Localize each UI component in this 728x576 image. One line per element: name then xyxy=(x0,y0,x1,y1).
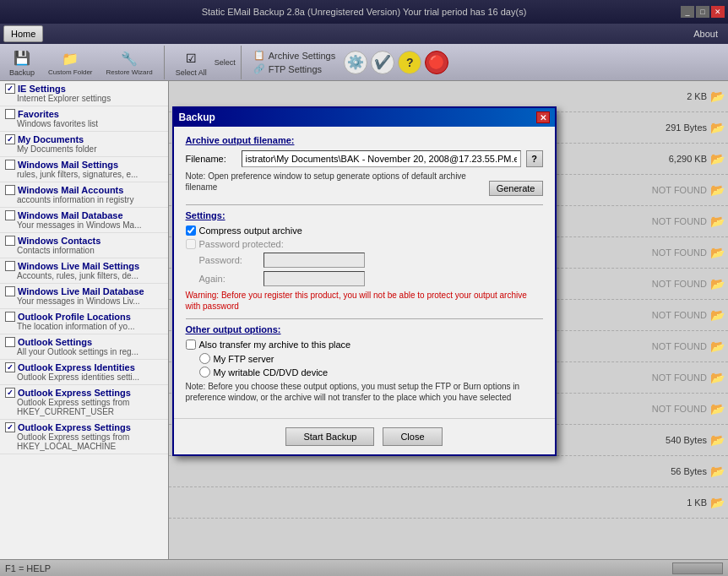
icon-button-2[interactable]: ✔️ xyxy=(371,51,394,74)
scroll-indicator[interactable] xyxy=(672,562,723,574)
backup-label: Backup xyxy=(9,68,35,77)
help-button[interactable]: ? xyxy=(398,51,421,74)
info-button[interactable]: 🔴 xyxy=(425,51,448,74)
select-label: Select xyxy=(215,58,236,67)
password-protected-checkbox[interactable] xyxy=(186,239,196,249)
select-all-button[interactable]: ☑ Select All xyxy=(170,46,213,79)
ftp-settings-tab[interactable]: 🔗 FTP Settings xyxy=(250,62,339,75)
menu-about[interactable]: About xyxy=(687,25,725,42)
archive-note-text: Note: Open preference window to setup ge… xyxy=(186,171,486,193)
modal-footer: Start Backup Close xyxy=(174,418,555,454)
select-all-label: Select All xyxy=(176,68,207,77)
backup-button[interactable]: 💾 Backup xyxy=(3,46,41,79)
other-output-title: Other output options: xyxy=(186,324,543,334)
filename-help-button[interactable]: ? xyxy=(526,150,543,167)
ftp-radio-row: My FTP server xyxy=(199,353,543,364)
modal-close-button[interactable]: ✕ xyxy=(536,111,550,123)
archive-settings-label: Archive Settings xyxy=(269,51,335,61)
toolbar-select-group: ☑ Select All Select xyxy=(170,46,242,79)
compress-checkbox[interactable] xyxy=(186,226,196,236)
modal-title-bar: Backup ✕ xyxy=(174,108,555,127)
transfer-label: Also transfer my archive to this place xyxy=(199,340,351,350)
ftp-settings-icon: 🔗 xyxy=(253,63,265,74)
filename-row: Filename: ? xyxy=(186,150,543,167)
select-label-area: Select xyxy=(215,58,236,67)
note-generate-row: Note: Open preference window to setup ge… xyxy=(186,171,543,196)
filename-label: Filename: xyxy=(186,154,236,164)
cd-radio-label: My writable CD/DVD device xyxy=(214,367,329,378)
status-bar: F1 = HELP xyxy=(0,559,728,576)
help-icons-group: ⚙️ ✔️ ? 🔴 xyxy=(344,51,448,74)
password-warning: Warning: Before you register this produc… xyxy=(186,290,543,312)
password-protected-label: Password protected: xyxy=(199,239,284,249)
password-field-label: Password: xyxy=(199,255,258,265)
close-button[interactable]: ✕ xyxy=(711,6,725,18)
again-field-label: Again: xyxy=(199,274,258,284)
other-output-note: Note: Before you choose these output opt… xyxy=(186,381,543,403)
password-checkbox-row: Password protected: xyxy=(186,239,543,249)
cd-radio-row: My writable CD/DVD device xyxy=(199,367,543,378)
menu-bar: Home About xyxy=(0,24,728,44)
compress-checkbox-row: Compress output archive xyxy=(186,226,543,236)
toolbar-backup-group: 💾 Backup 📁 Custom Folder 🔧 Restore Wizar… xyxy=(3,46,165,79)
archive-settings-icon: 📋 xyxy=(253,50,265,61)
modal-body: Archive output filename: Filename: ? Not… xyxy=(174,127,555,418)
filename-input[interactable] xyxy=(242,150,521,167)
title-bar-controls[interactable]: _ □ ✕ xyxy=(681,6,725,18)
icon-button-1[interactable]: ⚙️ xyxy=(344,51,367,74)
select-all-icon: ☑ xyxy=(181,48,201,68)
app-title: Static EMail Backup 2.8a (Unregistered V… xyxy=(202,7,527,17)
status-text: F1 = HELP xyxy=(5,563,51,573)
restore-wizard-icon: 🔧 xyxy=(119,48,139,68)
password-row: Password: xyxy=(199,253,543,268)
modal-title: Backup xyxy=(179,111,215,123)
ftp-radio-label: My FTP server xyxy=(214,354,274,364)
tab-area: 📋 Archive Settings 🔗 FTP Settings xyxy=(250,49,339,75)
transfer-checkbox-row: Also transfer my archive to this place xyxy=(186,340,543,350)
custom-folder-label: Custom Folder xyxy=(48,68,92,76)
backup-icon: 💾 xyxy=(12,48,32,68)
cd-radio[interactable] xyxy=(199,367,210,378)
settings-section: Settings: Compress output archive Passwo… xyxy=(186,210,543,312)
archive-settings-tab[interactable]: 📋 Archive Settings xyxy=(250,49,339,62)
archive-output-title: Archive output filename: xyxy=(186,135,543,145)
restore-wizard-label: Restore Wizard xyxy=(106,68,153,76)
main-content: ✓ IE Settings Internet Explorer settings… xyxy=(0,81,728,559)
modal-overlay: Backup ✕ Archive output filename: Filena… xyxy=(0,81,728,559)
toolbar: 💾 Backup 📁 Custom Folder 🔧 Restore Wizar… xyxy=(0,44,728,81)
close-button[interactable]: Close xyxy=(383,427,442,446)
title-bar: Static EMail Backup 2.8a (Unregistered V… xyxy=(0,0,728,24)
menu-home[interactable]: Home xyxy=(3,25,43,42)
custom-folder-icon: 📁 xyxy=(60,48,80,68)
other-output-section: Other output options: Also transfer my a… xyxy=(186,324,543,403)
minimize-button[interactable]: _ xyxy=(681,6,694,18)
password-input[interactable] xyxy=(263,253,365,268)
settings-title: Settings: xyxy=(186,210,543,220)
start-backup-button[interactable]: Start Backup xyxy=(285,427,374,446)
custom-folder-button[interactable]: 📁 Custom Folder xyxy=(42,46,98,79)
restore-wizard-button[interactable]: 🔧 Restore Wizard xyxy=(101,46,159,79)
backup-modal: Backup ✕ Archive output filename: Filena… xyxy=(172,106,557,456)
again-row: Again: xyxy=(199,271,543,286)
generate-button[interactable]: Generate xyxy=(489,181,543,196)
ftp-radio[interactable] xyxy=(199,353,210,364)
transfer-checkbox[interactable] xyxy=(186,340,196,350)
maximize-button[interactable]: □ xyxy=(696,6,709,18)
ftp-settings-label: FTP Settings xyxy=(269,64,322,74)
compress-label: Compress output archive xyxy=(199,226,302,236)
again-input[interactable] xyxy=(263,271,365,286)
